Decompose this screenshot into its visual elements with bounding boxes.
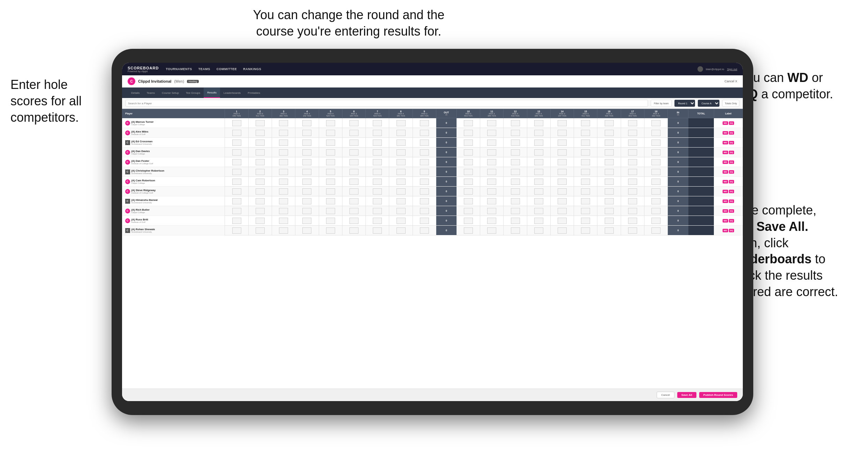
hole-1-score[interactable] — [225, 177, 248, 187]
hole-5-input[interactable] — [326, 140, 335, 146]
hole-11-score[interactable] — [480, 157, 504, 167]
hole-12-score[interactable] — [504, 206, 527, 216]
hole-11-score[interactable] — [480, 138, 504, 148]
wd-button[interactable]: WD — [723, 219, 728, 223]
wd-button[interactable]: WD — [723, 121, 728, 125]
hole-8-score[interactable] — [389, 167, 413, 177]
hole-1-input[interactable] — [232, 169, 241, 175]
hole-11-score[interactable] — [480, 118, 504, 128]
hole-17-input[interactable] — [628, 159, 637, 165]
hole-15-score[interactable] — [574, 128, 597, 138]
hole-4-input[interactable] — [302, 188, 311, 195]
wd-button[interactable]: WD — [723, 160, 728, 164]
hole-12-score[interactable] — [504, 167, 527, 177]
hole-17-score[interactable] — [621, 118, 644, 128]
filter-team-button[interactable]: Filter by team — [651, 100, 672, 107]
hole-1-input[interactable] — [232, 188, 241, 195]
hole-18-score[interactable] — [644, 196, 668, 206]
hole-11-score[interactable] — [480, 177, 504, 187]
hole-16-score[interactable] — [597, 157, 621, 167]
hole-4-input[interactable] — [302, 198, 311, 204]
hole-12-input[interactable] — [511, 179, 520, 185]
hole-8-input[interactable] — [397, 218, 406, 224]
hole-2-input[interactable] — [256, 188, 265, 195]
hole-3-score[interactable] — [272, 177, 295, 187]
hole-12-input[interactable] — [511, 120, 520, 126]
hole-9-score[interactable] — [413, 187, 436, 196]
hole-1-score[interactable] — [225, 157, 248, 167]
hole-18-score[interactable] — [644, 187, 668, 196]
hole-14-score[interactable] — [550, 118, 574, 128]
hole-1-score[interactable] — [225, 196, 248, 206]
hole-8-score[interactable] — [389, 118, 413, 128]
hole-12-input[interactable] — [511, 169, 520, 175]
hole-18-input[interactable] — [651, 169, 661, 175]
hole-18-score[interactable] — [644, 226, 668, 235]
hole-9-input[interactable] — [420, 140, 429, 146]
hole-17-score[interactable] — [621, 157, 644, 167]
hole-9-input[interactable] — [420, 149, 429, 156]
hole-10-input[interactable] — [464, 188, 473, 195]
hole-2-score[interactable] — [248, 226, 272, 235]
hole-4-score[interactable] — [295, 177, 319, 187]
hole-15-input[interactable] — [581, 188, 590, 195]
hole-11-input[interactable] — [487, 130, 496, 136]
hole-6-input[interactable] — [349, 179, 358, 185]
hole-1-score[interactable] — [225, 206, 248, 216]
publish-button[interactable]: Publish Round Scores — [699, 392, 737, 398]
hole-15-score[interactable] — [574, 226, 597, 235]
hole-5-score[interactable] — [319, 148, 342, 157]
hole-2-score[interactable] — [248, 138, 272, 148]
hole-15-input[interactable] — [581, 130, 590, 136]
hole-1-score[interactable] — [225, 187, 248, 196]
hole-2-score[interactable] — [248, 196, 272, 206]
hole-11-input[interactable] — [487, 140, 496, 146]
hole-11-input[interactable] — [487, 227, 496, 234]
hole-18-input[interactable] — [651, 179, 661, 185]
hole-16-score[interactable] — [597, 206, 621, 216]
hole-6-score[interactable] — [342, 206, 365, 216]
tab-leaderboards[interactable]: Leaderboards — [220, 88, 244, 98]
hole-3-input[interactable] — [279, 149, 288, 156]
hole-3-score[interactable] — [272, 196, 295, 206]
hole-11-input[interactable] — [487, 188, 496, 195]
hole-12-score[interactable] — [504, 128, 527, 138]
hole-12-score[interactable] — [504, 148, 527, 157]
hole-18-input[interactable] — [651, 130, 661, 136]
hole-13-input[interactable] — [534, 159, 543, 165]
hole-13-input[interactable] — [534, 140, 543, 146]
hole-15-score[interactable] — [574, 206, 597, 216]
hole-8-score[interactable] — [389, 138, 413, 148]
hole-11-score[interactable] — [480, 187, 504, 196]
hole-13-input[interactable] — [534, 227, 543, 234]
hole-7-score[interactable] — [366, 187, 389, 196]
hole-14-input[interactable] — [558, 198, 567, 204]
hole-4-input[interactable] — [302, 120, 311, 126]
dq-button[interactable]: DQ — [729, 209, 734, 213]
hole-3-score[interactable] — [272, 187, 295, 196]
hole-9-input[interactable] — [420, 120, 429, 126]
hole-14-score[interactable] — [550, 167, 574, 177]
hole-7-input[interactable] — [373, 140, 382, 146]
hole-13-input[interactable] — [534, 208, 543, 214]
hole-11-score[interactable] — [480, 196, 504, 206]
hole-13-input[interactable] — [534, 198, 543, 204]
hole-17-input[interactable] — [628, 149, 637, 156]
hole-14-score[interactable] — [550, 196, 574, 206]
hole-11-input[interactable] — [487, 208, 496, 214]
dq-button[interactable]: DQ — [729, 141, 734, 144]
hole-6-score[interactable] — [342, 187, 365, 196]
hole-5-score[interactable] — [319, 196, 342, 206]
hole-12-score[interactable] — [504, 216, 527, 226]
hole-8-input[interactable] — [397, 149, 406, 156]
hole-18-input[interactable] — [651, 198, 661, 204]
hole-14-score[interactable] — [550, 206, 574, 216]
hole-5-score[interactable] — [319, 226, 342, 235]
hole-17-score[interactable] — [621, 167, 644, 177]
round-selector[interactable]: Round 1 — [674, 100, 695, 107]
hole-6-input[interactable] — [349, 159, 358, 165]
hole-5-input[interactable] — [326, 198, 335, 204]
hole-2-score[interactable] — [248, 206, 272, 216]
hole-1-input[interactable] — [232, 120, 241, 126]
hole-1-score[interactable] — [225, 148, 248, 157]
